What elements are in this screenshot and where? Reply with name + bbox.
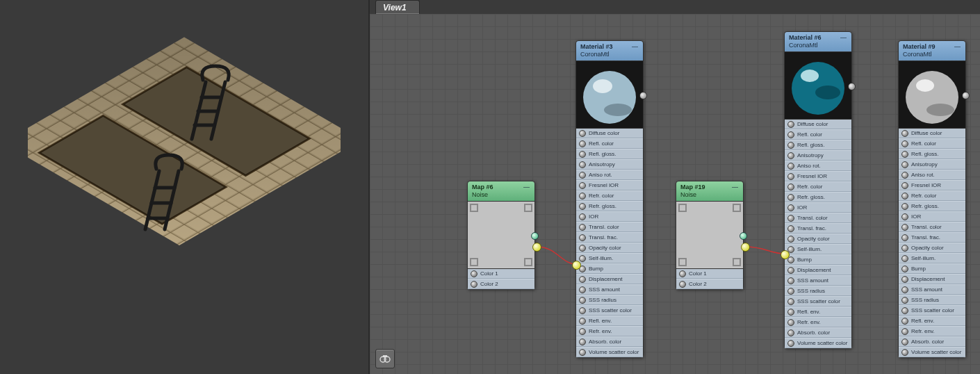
input-slot[interactable]: Refl. env. bbox=[785, 307, 851, 317]
viewport-3d[interactable] bbox=[0, 0, 368, 374]
input-slot[interactable]: Refl. env. bbox=[899, 316, 965, 326]
node-map-19[interactable]: Map #19— Noise Color 1 Color 2 bbox=[676, 181, 744, 290]
input-slot[interactable]: Opacity color bbox=[785, 234, 851, 244]
input-slot[interactable]: Refr. env. bbox=[899, 326, 965, 336]
input-slot[interactable]: Color 2 bbox=[468, 279, 534, 289]
node-header[interactable]: Material #3— CoronaMtl bbox=[576, 41, 643, 60]
connection-handle[interactable] bbox=[532, 243, 541, 252]
input-slot[interactable]: SSS radius bbox=[899, 295, 965, 305]
input-slot[interactable]: Refl. color bbox=[785, 129, 851, 140]
output-socket[interactable] bbox=[962, 92, 970, 99]
input-slot[interactable]: Volume scatter color bbox=[576, 347, 643, 357]
output-socket[interactable] bbox=[740, 232, 747, 240]
input-slot[interactable]: SSS amount bbox=[899, 284, 965, 295]
input-slot[interactable]: Opacity color bbox=[899, 243, 965, 253]
input-slot[interactable]: Aniso rot. bbox=[899, 170, 965, 180]
input-slot[interactable]: Refr. gloss. bbox=[785, 192, 851, 202]
input-slot[interactable]: Diffuse color bbox=[899, 129, 965, 138]
input-slot[interactable]: Aniso rot. bbox=[576, 170, 643, 180]
node-canvas[interactable]: Map #6— Noise Color 1 Color 2 Material #… bbox=[370, 14, 980, 374]
output-socket[interactable] bbox=[848, 83, 856, 90]
input-slot[interactable]: Self-illum. bbox=[899, 253, 965, 263]
input-slot[interactable]: SSS radius bbox=[576, 295, 643, 305]
input-slot[interactable]: Displacement bbox=[785, 265, 851, 275]
input-slot[interactable]: Refl. gloss. bbox=[899, 149, 965, 159]
node-header[interactable]: Map #6— Noise bbox=[468, 181, 534, 201]
input-slot[interactable]: IOR bbox=[785, 202, 851, 213]
node-map-6[interactable]: Map #6— Noise Color 1 Color 2 bbox=[467, 181, 535, 290]
input-slot[interactable]: Volume scatter color bbox=[899, 347, 965, 357]
input-slot[interactable]: SSS radius bbox=[785, 286, 851, 296]
input-slot[interactable]: Displacement bbox=[899, 274, 965, 284]
input-slot[interactable]: Refr. gloss. bbox=[576, 201, 643, 211]
input-slot[interactable]: Fresnel IOR bbox=[576, 180, 643, 190]
input-slot[interactable]: Volume scatter color bbox=[785, 338, 851, 348]
input-slot[interactable]: Transl. frac. bbox=[899, 232, 965, 243]
input-slot[interactable]: Color 1 bbox=[468, 269, 534, 279]
input-slot[interactable]: SSS amount bbox=[576, 284, 643, 295]
node-material-3[interactable]: Material #3— CoronaMtl Diffuse colorRefl… bbox=[575, 40, 644, 358]
node-collapse-icon[interactable]: — bbox=[523, 184, 530, 191]
input-slot[interactable]: Refr. gloss. bbox=[899, 201, 965, 211]
input-slot[interactable]: Transl. frac. bbox=[785, 223, 851, 234]
material-preview[interactable] bbox=[576, 60, 643, 129]
input-slot[interactable]: Fresnel IOR bbox=[899, 180, 965, 190]
input-slot[interactable]: Diffuse color bbox=[576, 129, 643, 138]
input-slot[interactable]: Color 1 bbox=[676, 269, 743, 279]
input-slot[interactable]: Absorb. color bbox=[785, 327, 851, 338]
node-material-6[interactable]: Material #6— CoronaMtl Diffuse colorRefl… bbox=[784, 31, 852, 349]
input-slot[interactable]: Absorb. color bbox=[899, 336, 965, 347]
input-slot[interactable]: Self-illum. bbox=[576, 253, 643, 263]
input-slot[interactable]: Refl. color bbox=[899, 138, 965, 149]
input-slot[interactable]: Transl. color bbox=[899, 222, 965, 232]
input-slot[interactable]: Bump bbox=[899, 263, 965, 274]
node-header[interactable]: Map #19— Noise bbox=[676, 181, 743, 201]
input-slot[interactable]: Self-illum. bbox=[785, 244, 851, 254]
input-slot[interactable]: Refl. color bbox=[576, 138, 643, 149]
input-slot[interactable]: IOR bbox=[576, 211, 643, 222]
output-socket[interactable] bbox=[639, 92, 647, 99]
input-slot[interactable]: Transl. color bbox=[576, 222, 643, 232]
connection-handle[interactable] bbox=[741, 243, 750, 252]
node-collapse-icon[interactable]: — bbox=[840, 34, 847, 42]
input-slot[interactable]: IOR bbox=[899, 211, 965, 222]
input-slot[interactable]: Refl. env. bbox=[576, 316, 643, 326]
output-socket[interactable] bbox=[531, 232, 539, 240]
material-preview[interactable] bbox=[899, 60, 965, 129]
node-collapse-icon[interactable]: — bbox=[732, 184, 739, 191]
input-slot[interactable]: SSS scatter color bbox=[785, 296, 851, 307]
node-preview[interactable] bbox=[676, 201, 743, 269]
node-collapse-icon[interactable]: — bbox=[954, 43, 961, 51]
input-slot[interactable]: SSS amount bbox=[785, 275, 851, 286]
input-slot[interactable]: Refr. color bbox=[785, 181, 851, 192]
input-slot[interactable]: Anisotropy bbox=[785, 150, 851, 161]
node-header[interactable]: Material #9— CoronaMtl bbox=[899, 41, 965, 60]
node-header[interactable]: Material #6— CoronaMtl bbox=[785, 32, 851, 51]
input-slot[interactable]: Refr. color bbox=[899, 190, 965, 201]
connection-handle[interactable] bbox=[781, 250, 790, 259]
input-slot[interactable]: Anisotropy bbox=[576, 159, 643, 170]
node-collapse-icon[interactable]: — bbox=[632, 43, 639, 51]
input-slot[interactable]: SSS scatter color bbox=[899, 305, 965, 316]
input-slot[interactable]: Opacity color bbox=[576, 243, 643, 253]
connection-handle[interactable] bbox=[572, 261, 581, 270]
input-slot[interactable]: Transl. frac. bbox=[576, 232, 643, 243]
material-preview[interactable] bbox=[785, 51, 851, 120]
input-slot[interactable]: Transl. color bbox=[785, 213, 851, 223]
input-slot[interactable]: Fresnel IOR bbox=[785, 171, 851, 181]
tab-view1[interactable]: View1 bbox=[375, 0, 420, 14]
node-preview[interactable] bbox=[468, 201, 534, 269]
node-material-9[interactable]: Material #9— CoronaMtl Diffuse colorRefl… bbox=[898, 40, 966, 358]
input-slot[interactable]: Refr. color bbox=[576, 190, 643, 201]
input-slot[interactable]: Anisotropy bbox=[899, 159, 965, 170]
input-slot[interactable]: Absorb. color bbox=[576, 336, 643, 347]
input-slot[interactable]: Aniso rot. bbox=[785, 161, 851, 171]
input-slot[interactable]: Bump bbox=[576, 263, 643, 274]
material-picker-button[interactable] bbox=[375, 349, 395, 368]
input-slot[interactable]: Displacement bbox=[576, 274, 643, 284]
input-slot[interactable]: SSS scatter color bbox=[576, 305, 643, 316]
input-slot[interactable]: Refl. gloss. bbox=[785, 140, 851, 150]
input-slot[interactable]: Refl. gloss. bbox=[576, 149, 643, 159]
input-slot[interactable]: Color 2 bbox=[676, 279, 743, 289]
input-slot[interactable]: Bump bbox=[785, 254, 851, 265]
